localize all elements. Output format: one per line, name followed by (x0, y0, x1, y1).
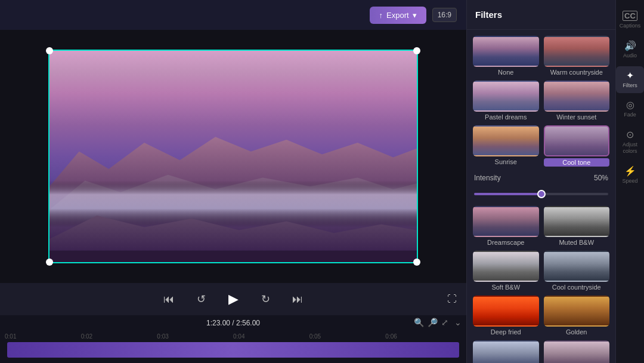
filter-pastel-dreams-label-row: Pastel dreams (473, 113, 539, 121)
filter-dreamscape-thumb (473, 206, 539, 237)
ruler-tick-2: 0:02 (81, 333, 157, 340)
timeline-collapse-button[interactable]: ⌄ (454, 318, 462, 327)
handle-top-right[interactable] (413, 47, 420, 54)
filter-cool-tone-label-row: Cool tone (544, 158, 610, 167)
filter-soft-bw-label-row: Soft B&W (473, 284, 539, 291)
filter-placeholder1-thumb (473, 340, 539, 363)
filter-warm-countryside[interactable]: Warm countryside (544, 36, 610, 76)
ruler-tick-5: 0:05 (309, 333, 386, 340)
zoom-controls: 🔍 🔎 ⤢ (414, 318, 448, 327)
fade-label: Fade (624, 112, 636, 118)
export-label: Export (386, 11, 409, 20)
filter-muted-bw-label: Muted B&W (544, 239, 610, 246)
timeline-area: 1:23.00 / 2:56.00 ⌄ 🔍 🔎 ⤢ 0:01 0:02 0:03… (0, 315, 466, 363)
handle-bottom-right[interactable] (413, 259, 420, 266)
sidebar-item-captions[interactable]: CC Captions (616, 6, 644, 34)
filter-placeholder2-thumb (544, 340, 610, 363)
filter-warm-countryside-label-row: Warm countryside (544, 69, 610, 76)
export-icon: ↑ (379, 11, 383, 20)
sidebar-item-fade[interactable]: ◎ Fade (616, 96, 644, 123)
filter-dreamscape-label-row: Dreamscape (473, 239, 539, 246)
intensity-label: Intensity (474, 174, 501, 182)
filter-cool-countryside-label: Cool countryside (544, 284, 610, 291)
speed-icon: ⚡ (624, 167, 636, 176)
filter-warm-countryside-label: Warm countryside (544, 69, 610, 76)
top-bar: ↑ Export ▾ 16:9 (0, 0, 466, 30)
panel-header: Filters (467, 0, 615, 30)
filter-cool-countryside[interactable]: Cool countryside (544, 251, 610, 291)
captions-label: Captions (620, 23, 641, 29)
filter-grid-2: Dreamscape Muted B&W Soft B&W (473, 206, 609, 363)
slider-wrap (473, 187, 609, 198)
filter-sunrise-thumb (473, 125, 539, 156)
handle-bottom-left[interactable] (46, 259, 53, 266)
editor-area: ↑ Export ▾ 16:9 (0, 0, 466, 363)
filter-none[interactable]: None (473, 36, 539, 76)
skip-back-button[interactable]: ⏮ (159, 290, 178, 309)
sidebar-item-adjust-colors[interactable]: ⊙ Adjust colors (616, 125, 644, 159)
sidebar-icons: CC Captions 🔊 Audio ✦ Filters ◎ Fade ⊙ A… (615, 0, 644, 363)
filter-dreamscape[interactable]: Dreamscape (473, 206, 539, 246)
rewind-button[interactable]: ↺ (191, 290, 210, 309)
filter-muted-bw[interactable]: Muted B&W (544, 206, 610, 246)
intensity-value: 50% (594, 174, 608, 182)
filter-placeholder1[interactable] (473, 340, 539, 363)
handle-top-left[interactable] (46, 47, 53, 54)
adjust-colors-icon: ⊙ (626, 130, 634, 140)
intensity-row: Intensity 50% (473, 174, 609, 182)
filter-placeholder2[interactable] (544, 340, 610, 363)
audio-icon: 🔊 (624, 41, 636, 51)
filter-winter-sunset[interactable]: Winter sunset (544, 81, 610, 121)
zoom-fit-button[interactable]: ⤢ (441, 318, 448, 327)
sidebar-item-speed[interactable]: ⚡ Speed (616, 162, 644, 189)
filter-warm-countryside-thumb (544, 36, 610, 67)
filter-winter-sunset-label-row: Winter sunset (544, 113, 610, 121)
filter-deep-fried[interactable]: Deep fried (473, 296, 539, 336)
fade-icon: ◎ (626, 100, 634, 110)
time-display: 1:23.00 / 2:56.00 (206, 319, 260, 327)
filter-cool-countryside-label-row: Cool countryside (544, 284, 610, 291)
timeline-header: 1:23.00 / 2:56.00 ⌄ 🔍 🔎 ⤢ (0, 315, 466, 331)
export-button[interactable]: ↑ Export ▾ (370, 7, 426, 24)
sidebar-item-filters[interactable]: ✦ Filters (616, 66, 644, 94)
filters-panel: Filters None Warm countryside (466, 0, 615, 363)
filter-soft-bw[interactable]: Soft B&W (473, 251, 539, 291)
aspect-ratio-badge: 16:9 (432, 8, 457, 22)
captions-icon: CC (623, 11, 637, 21)
filters-content: None Warm countryside Pastel dreams (467, 30, 615, 363)
panel-title: Filters (475, 10, 502, 20)
ruler-tick-3: 0:03 (157, 333, 233, 340)
playback-controls: ⏮ ↺ ▶ ↻ ⏭ ⛶ (0, 283, 466, 315)
fast-forward-button[interactable]: ↻ (256, 290, 275, 309)
zoom-in-button[interactable]: 🔎 (428, 318, 438, 327)
play-button[interactable]: ▶ (224, 290, 243, 309)
audio-label: Audio (623, 53, 637, 59)
zoom-out-button[interactable]: 🔍 (414, 318, 424, 327)
timeline-clip[interactable] (7, 342, 459, 358)
filter-muted-bw-thumb (544, 206, 610, 237)
filter-deep-fried-label-row: Deep fried (473, 328, 539, 336)
filter-pastel-dreams-thumb (473, 81, 539, 112)
filter-grid: None Warm countryside Pastel dreams (473, 36, 609, 167)
adjust-colors-label: Adjust colors (618, 141, 642, 155)
filter-none-label-row: None (473, 69, 539, 76)
filter-golden[interactable]: Golden (544, 296, 610, 336)
filter-winter-sunset-thumb (544, 81, 610, 112)
filter-none-thumb (473, 36, 539, 67)
filter-soft-bw-thumb (473, 251, 539, 282)
filter-soft-bw-label: Soft B&W (473, 284, 539, 291)
video-preview-wrap (0, 30, 466, 283)
fullscreen-button[interactable]: ⛶ (447, 294, 457, 304)
skip-forward-button[interactable]: ⏭ (288, 290, 307, 309)
filter-pastel-dreams[interactable]: Pastel dreams (473, 81, 539, 121)
intensity-slider[interactable] (474, 193, 608, 195)
video-canvas (49, 51, 417, 262)
sidebar-item-audio[interactable]: 🔊 Audio (616, 36, 644, 64)
export-dropdown-icon: ▾ (413, 11, 417, 20)
filter-cool-tone[interactable]: Cool tone (544, 125, 610, 167)
filter-sunrise-label: Sunrise (473, 158, 539, 165)
filter-sunrise[interactable]: Sunrise (473, 125, 539, 167)
filter-sunrise-label-row: Sunrise (473, 158, 539, 165)
main-container: ↑ Export ▾ 16:9 (0, 0, 644, 363)
timeline-ruler: 0:01 0:02 0:03 0:04 0:05 0:06 (0, 331, 466, 342)
